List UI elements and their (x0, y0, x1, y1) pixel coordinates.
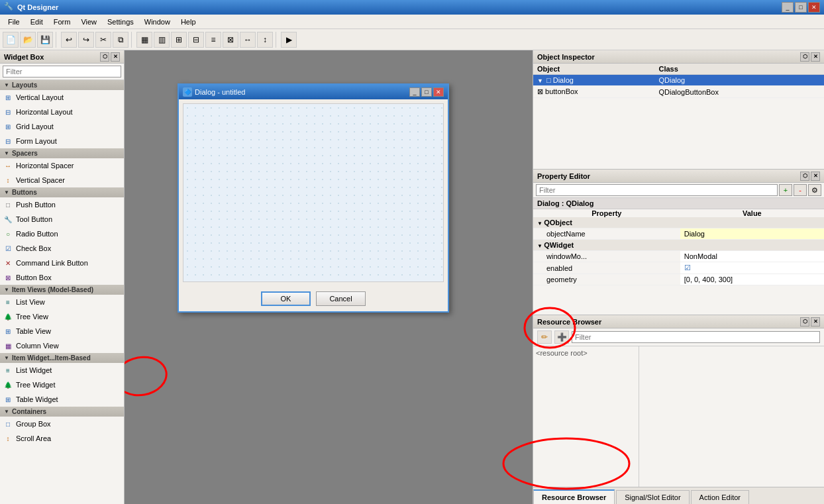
resource-add-btn[interactable]: ➕ (554, 330, 569, 344)
central-area[interactable]: 🔷 Dialog - untitled _ □ ✕ OK Cancel (125, 50, 533, 504)
toolbar-open[interactable]: 📂 (20, 32, 36, 48)
dialog-content-area[interactable] (183, 103, 444, 282)
prop-col-value: Value (680, 209, 824, 217)
widget-command-link[interactable]: ✕ Command Link Button (0, 256, 124, 270)
toolbar-layout3[interactable]: ⊞ (171, 32, 187, 48)
widget-tree-view[interactable]: 🌲 Tree View (0, 309, 124, 324)
widget-tree-widget[interactable]: 🌲 Tree Widget (0, 378, 124, 392)
toolbar-layout4[interactable]: ⊟ (188, 32, 204, 48)
menu-file[interactable]: File (3, 17, 25, 27)
resource-root-label: <resource root> (536, 349, 588, 357)
dialog-title-bar[interactable]: 🔷 Dialog - untitled _ □ ✕ (179, 85, 448, 99)
panel-close-btn[interactable]: ✕ (111, 52, 120, 62)
section-item-views[interactable]: Item Views (Model-Based) (0, 285, 124, 295)
widget-tool-button[interactable]: 🔧 Tool Button (0, 212, 124, 227)
resource-edit-btn[interactable]: ✏ (537, 330, 552, 344)
dialog-maximize-btn[interactable]: □ (421, 87, 432, 97)
rb-close-btn[interactable]: ✕ (811, 317, 820, 327)
toolbar-redo[interactable]: ↪ (78, 32, 94, 48)
minimize-button[interactable]: _ (782, 2, 794, 13)
widget-filter-input[interactable] (3, 66, 121, 77)
list-widget-label: List Widget (16, 366, 52, 374)
toolbar-layout1[interactable]: ▦ (136, 32, 152, 48)
menu-form[interactable]: Form (48, 17, 76, 27)
section-buttons[interactable]: Buttons (0, 187, 124, 197)
toolbar-save[interactable]: 💾 (37, 32, 53, 48)
tree-view-label: Tree View (16, 313, 48, 321)
widget-horizontal-layout[interactable]: ⊟ Horizontal Layout (0, 105, 124, 119)
object-tree-table: Object Class ▼ □ Dialog QDialog (533, 64, 824, 98)
widget-table-view[interactable]: ⊞ Table View (0, 324, 124, 338)
widget-table-widget[interactable]: ⊞ Table Widget (0, 392, 124, 407)
prop-row-enabled[interactable]: enabled ☑ (533, 262, 824, 274)
tab-action-editor[interactable]: Action Editor (691, 490, 749, 504)
prop-remove-btn[interactable]: - (794, 184, 807, 196)
menu-settings[interactable]: Settings (102, 17, 139, 27)
toolbar-layout5[interactable]: ≡ (205, 32, 221, 48)
widget-list-view[interactable]: ≡ List View (0, 295, 124, 309)
prop-filter-bar: + - ⚙ (533, 183, 824, 198)
pe-float-btn[interactable]: ⬡ (800, 172, 809, 181)
prop-section-qobject[interactable]: QObject (533, 217, 824, 228)
toolbar-new[interactable]: 📄 (3, 32, 19, 48)
widget-button-box[interactable]: ⊠ Button Box (0, 270, 124, 285)
prop-filter-input[interactable] (536, 184, 778, 196)
section-layouts[interactable]: Layouts (0, 80, 124, 90)
toolbar-undo[interactable]: ↩ (61, 32, 77, 48)
widget-check-box[interactable]: ☑ Check Box (0, 241, 124, 256)
menu-window[interactable]: Window (139, 17, 176, 27)
resource-filter-input[interactable] (572, 331, 820, 343)
prop-add-btn[interactable]: + (779, 184, 792, 196)
toolbar-layout7[interactable]: ↔ (240, 32, 256, 48)
oi-close-btn[interactable]: ✕ (811, 52, 820, 62)
widget-push-button[interactable]: □ Push Button (0, 197, 124, 212)
widget-column-view[interactable]: ▦ Column View (0, 338, 124, 353)
prop-section-qwidget[interactable]: QWidget (533, 240, 824, 251)
prop-enabled-value[interactable]: ☑ (680, 262, 824, 274)
prop-windowmo-value[interactable]: NonModal (680, 251, 824, 262)
rb-float-btn[interactable]: ⬡ (800, 317, 809, 327)
prop-geometry-value[interactable]: [0, 0, 400, 300] (680, 274, 824, 285)
tab-resource-browser[interactable]: Resource Browser (533, 489, 615, 504)
tab-signal-slot-editor[interactable]: Signal/Slot Editor (616, 490, 689, 504)
dialog-window: 🔷 Dialog - untitled _ □ ✕ OK Cancel (178, 83, 449, 313)
menu-help[interactable]: Help (176, 17, 201, 27)
dialog-minimize-btn[interactable]: _ (409, 87, 420, 97)
widget-scroll-area[interactable]: ↕ Scroll Area (0, 431, 124, 446)
oi-row-dialog[interactable]: ▼ □ Dialog QDialog (533, 75, 824, 86)
maximize-button[interactable]: □ (795, 2, 807, 13)
widget-list-widget[interactable]: ≡ List Widget (0, 363, 124, 378)
prop-row-windowmo[interactable]: windowMo... NonModal (533, 251, 824, 262)
menu-edit[interactable]: Edit (25, 17, 48, 27)
prop-row-geometry[interactable]: geometry [0, 0, 400, 300] (533, 274, 824, 285)
toolbar-preview[interactable]: ▶ (281, 32, 297, 48)
widget-form-layout[interactable]: ⊟ Form Layout (0, 134, 124, 148)
widget-horizontal-spacer[interactable]: ↔ Horizontal Spacer (0, 158, 124, 173)
toolbar-layout2[interactable]: ▥ (154, 32, 170, 48)
widget-grid-layout[interactable]: ⊞ Grid Layout (0, 119, 124, 134)
prop-row-objectname[interactable]: objectName Dialog (533, 228, 824, 240)
panel-float-btn[interactable]: ⬡ (100, 52, 109, 62)
dialog-ok-button[interactable]: OK (261, 291, 311, 306)
menu-view[interactable]: View (76, 17, 102, 27)
section-item-widgets[interactable]: Item Widget...Item-Based (0, 353, 124, 363)
section-spacers[interactable]: Spacers (0, 148, 124, 158)
close-button[interactable]: ✕ (808, 2, 820, 13)
pe-close-btn[interactable]: ✕ (811, 172, 820, 181)
widget-radio-button[interactable]: ○ Radio Button (0, 227, 124, 241)
section-containers[interactable]: Containers (0, 407, 124, 417)
dialog-close-btn[interactable]: ✕ (433, 87, 444, 97)
widget-group-box[interactable]: □ Group Box (0, 417, 124, 431)
oi-row-buttonbox[interactable]: ⊠ buttonBox QDialogButtonBox (533, 86, 824, 98)
toolbar-layout8[interactable]: ↕ (257, 32, 273, 48)
widget-vertical-spacer[interactable]: ↕ Vertical Spacer (0, 173, 124, 187)
toolbar-copy[interactable]: ⧉ (113, 32, 129, 48)
prop-col-property: Property (533, 209, 680, 217)
oi-float-btn[interactable]: ⬡ (800, 52, 809, 62)
toolbar-layout6[interactable]: ⊠ (223, 32, 238, 48)
prop-config-btn[interactable]: ⚙ (808, 184, 821, 196)
widget-vertical-layout[interactable]: ⊞ Vertical Layout (0, 90, 124, 105)
dialog-cancel-button[interactable]: Cancel (316, 291, 366, 306)
prop-objectname-value[interactable]: Dialog (680, 228, 824, 240)
toolbar-cut[interactable]: ✂ (95, 32, 111, 48)
